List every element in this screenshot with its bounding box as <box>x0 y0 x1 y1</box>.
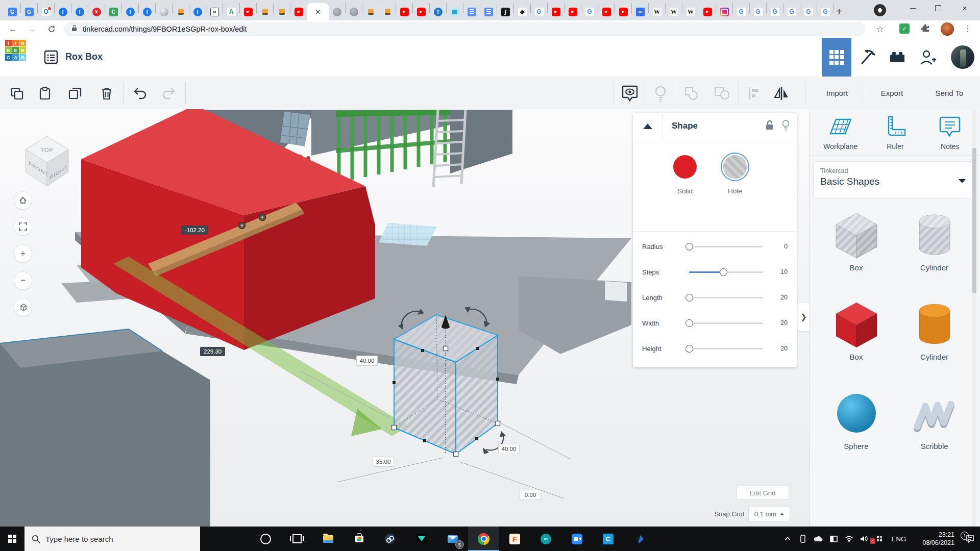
tab-youtube[interactable]: ▶ <box>290 3 307 20</box>
tab-youtube[interactable]: ▶ <box>565 3 581 13</box>
delete-icon[interactable] <box>98 85 115 102</box>
tab-google[interactable]: G <box>581 3 598 13</box>
hide-bulb-icon[interactable] <box>782 120 790 133</box>
forward-button[interactable]: → <box>26 22 39 36</box>
tab-youtube[interactable]: ▶ <box>548 3 565 13</box>
url-field[interactable]: tinkercad.com/things/9FBOR1eSGpR-rox-box… <box>64 22 865 36</box>
tab-autodesk[interactable]: A <box>223 3 240 13</box>
tab-wikipedia[interactable]: W <box>666 3 682 13</box>
window-minimize-button[interactable] <box>900 0 925 16</box>
tab-facebook[interactable]: f <box>122 3 139 13</box>
taskbar-steam[interactable] <box>375 527 406 551</box>
browser-profile-avatar[interactable] <box>941 22 954 36</box>
taskbar-mail[interactable]: 5 <box>437 527 468 551</box>
slider-track[interactable] <box>689 243 763 251</box>
tab-outlook[interactable]: O <box>38 3 55 13</box>
dimension-width[interactable]: 40.00 <box>498 444 520 454</box>
tab-robot[interactable] <box>379 3 396 13</box>
slider-knob[interactable] <box>685 243 693 251</box>
copy-icon[interactable] <box>8 85 26 102</box>
dimension-length[interactable]: 40.00 <box>356 356 378 366</box>
window-maximize-button[interactable] <box>926 0 950 16</box>
taskbar-cortana[interactable] <box>250 527 281 551</box>
tab-robot[interactable] <box>274 3 290 13</box>
tab-google[interactable]: G <box>800 3 817 13</box>
send-to-button[interactable]: Send To <box>922 77 977 109</box>
tab-docs[interactable] <box>463 3 480 13</box>
tab-google[interactable]: G <box>531 3 548 13</box>
taskbar-fusion360[interactable]: F <box>499 527 530 551</box>
panel-expander[interactable]: ❯ <box>797 302 810 332</box>
taskbar-arduino[interactable]: ∞ <box>530 527 561 551</box>
dimension-elevation[interactable]: 0.00 <box>520 490 541 500</box>
tab-translate[interactable]: G <box>21 3 38 13</box>
dashboard-grid-button[interactable] <box>822 38 851 77</box>
tray-wifi-icon[interactable] <box>841 536 856 542</box>
shape-library-dropdown[interactable]: Tinkercad Basic Shapes <box>813 161 975 199</box>
hole-material-button[interactable] <box>723 155 747 179</box>
tab-wikipedia[interactable]: W <box>649 3 666 13</box>
tab-google[interactable]: G <box>750 3 767 13</box>
tab-youtube[interactable]: ▶ <box>699 3 716 13</box>
start-button[interactable] <box>0 527 24 551</box>
taskbar-clock[interactable]: 23:21 08/06/2021 <box>911 531 954 547</box>
solid-material-button[interactable] <box>673 155 697 179</box>
tab-docs[interactable] <box>480 3 497 13</box>
shape-tile-sphere[interactable]: Sphere <box>826 388 887 450</box>
tab-youtube[interactable]: ▶ <box>413 3 430 13</box>
back-button[interactable]: ← <box>6 22 19 36</box>
taskbar-zoom[interactable] <box>561 527 593 551</box>
tab-youtube[interactable]: ▶ <box>598 3 615 13</box>
perspective-button[interactable] <box>14 298 32 316</box>
tab-threed[interactable]: 3D <box>632 3 649 13</box>
tab-instagram[interactable] <box>716 3 733 13</box>
tray-app-badge-icon[interactable]: 4 <box>872 535 887 542</box>
tab-globe[interactable] <box>329 3 346 13</box>
bricks-mode-icon[interactable] <box>886 47 909 67</box>
tab-google[interactable]: G <box>767 3 783 13</box>
undo-icon[interactable] <box>132 85 149 102</box>
edit-grid-button[interactable]: Edit Grid <box>736 486 789 500</box>
taskbar-search[interactable]: Type here to search <box>24 527 200 551</box>
tab-youtube[interactable]: ▶ <box>240 3 257 13</box>
add-collaborator-icon[interactable] <box>916 47 938 67</box>
slider-track[interactable] <box>689 294 763 302</box>
duplicate-icon[interactable] <box>67 85 84 102</box>
browser-media-profile-icon[interactable] <box>874 4 886 16</box>
tab-clash[interactable]: C <box>105 3 122 13</box>
taskbar-taskview[interactable] <box>281 527 312 551</box>
tab-sphere[interactable] <box>156 3 173 13</box>
export-button[interactable]: Export <box>868 77 916 109</box>
sidebar-scrollbar-thumb[interactable] <box>972 148 976 293</box>
slider-track[interactable] <box>689 345 763 353</box>
redo-icon[interactable] <box>160 85 177 102</box>
tab-translate[interactable]: G <box>4 3 21 13</box>
shape-tile-cylinder-hole[interactable]: Cylinder <box>904 209 965 272</box>
tab-inkscape[interactable]: ◆ <box>514 3 531 13</box>
adblock-extension-icon[interactable]: ✓ <box>899 23 910 34</box>
home-view-button[interactable] <box>14 191 32 210</box>
tray-onedrive-icon[interactable] <box>811 536 826 542</box>
show-all-icon[interactable] <box>621 85 639 102</box>
tab-youtube[interactable]: ▶ <box>615 3 632 13</box>
tab-facebook[interactable]: f <box>189 3 206 13</box>
browser-menu-icon[interactable]: ⋮ <box>964 23 972 33</box>
tab-globe[interactable] <box>346 3 362 13</box>
design-title[interactable]: Rox Box <box>65 52 103 62</box>
extensions-puzzle-icon[interactable] <box>921 23 930 33</box>
tab-google[interactable]: G <box>733 3 750 13</box>
view-cube[interactable]: TOP FRONT RIGHT <box>26 136 68 186</box>
tab-facebook[interactable]: f <box>139 3 156 13</box>
taskbar-predator[interactable] <box>406 527 437 551</box>
workplane-tool[interactable]: Workplane <box>815 115 866 151</box>
action-center-icon[interactable]: 1 <box>960 535 980 543</box>
window-close-button[interactable]: ✕ <box>952 0 977 16</box>
taskbar-voicemod[interactable] <box>624 527 655 551</box>
bookmark-star-icon[interactable]: ☆ <box>876 23 884 35</box>
tab-wikipedia[interactable]: W <box>682 3 699 13</box>
tab-robot[interactable] <box>173 3 189 13</box>
refresh-button[interactable] <box>45 22 58 36</box>
tab-journal[interactable]: ∫ <box>497 3 514 13</box>
collapse-panel-button[interactable] <box>633 113 663 139</box>
shape-tile-cylinder-solid[interactable]: Cylinder <box>904 298 965 361</box>
